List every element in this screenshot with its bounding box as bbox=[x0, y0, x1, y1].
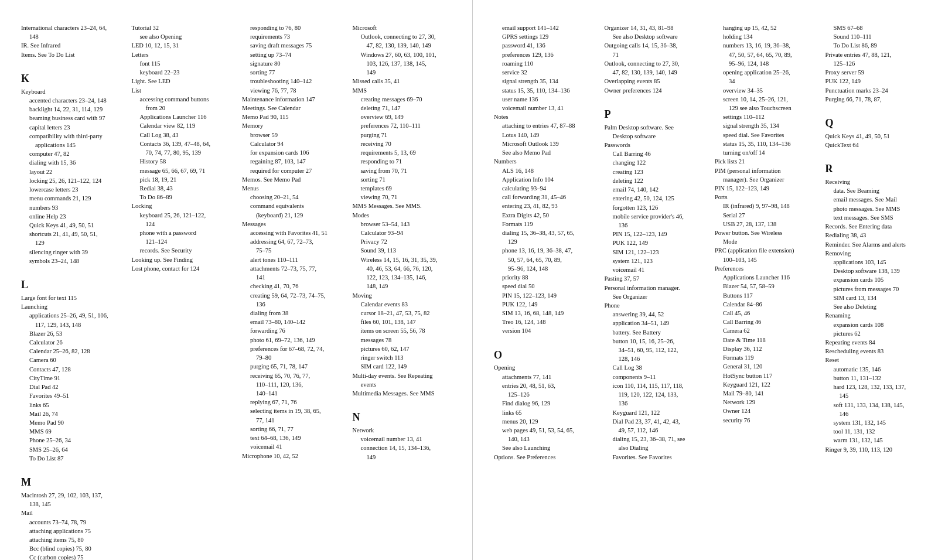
entry: forwarding 76 bbox=[242, 326, 341, 335]
entry: links 65 bbox=[21, 401, 120, 409]
entry: General 31, 120 bbox=[715, 362, 814, 371]
entry: 79–80 bbox=[242, 353, 341, 362]
entry: Owner preferences 124 bbox=[605, 86, 704, 95]
entry: numbers 93 bbox=[21, 203, 120, 212]
entry: Macintosh 27, 29, 102, 103, 137, bbox=[21, 491, 120, 500]
entry: selecting items in 19, 38, 65, bbox=[242, 407, 341, 415]
entry: mobile service provider's 46, bbox=[605, 212, 704, 221]
entry: Keyboard bbox=[21, 87, 120, 96]
entry: soft 131, 133, 134, 138, 145, bbox=[825, 401, 924, 409]
entry: Quick Keys 41, 49, 50, 51 bbox=[21, 221, 120, 230]
entry: receiving 65, 70, 76, 77, bbox=[242, 371, 341, 380]
entry: Reminder. See Alarms and alerts bbox=[825, 240, 924, 249]
entry: See also Launching bbox=[494, 443, 593, 452]
entry: 149 bbox=[353, 453, 452, 462]
entry: 40, 46, 53, 64, 66, 76, 120, bbox=[353, 264, 452, 273]
entry: 75–75 bbox=[242, 246, 341, 255]
entry: status 15, 35, 110, 134–136 bbox=[494, 86, 593, 95]
entry: Calendar events 83 bbox=[353, 300, 452, 309]
entry: MMS bbox=[353, 86, 452, 95]
entry: Memos. See Memo Pad bbox=[242, 175, 341, 184]
entry: alert tones 110–111 bbox=[242, 255, 341, 264]
entry: photo 61, 69–72, 136, 149 bbox=[242, 336, 341, 344]
entry: calculating 93–94 bbox=[494, 184, 593, 193]
entry: for expansion cards 106 bbox=[242, 148, 341, 157]
entry: QuickText 64 bbox=[825, 141, 924, 149]
entry: connection 14, 15, 134–136, bbox=[353, 443, 452, 452]
entry: PUK 122, 149 bbox=[605, 238, 704, 247]
entry: cursor 18–21, 47, 53, 75, 82 bbox=[353, 309, 452, 317]
entry: applications 103, 145 bbox=[825, 258, 924, 267]
entry: To Do List 87 bbox=[21, 454, 120, 463]
entry: Preferences bbox=[715, 264, 814, 273]
entry: 141 bbox=[242, 273, 341, 282]
entry: Letters bbox=[132, 50, 231, 59]
entry: Light. See LED bbox=[132, 77, 231, 86]
entry: signal strength 35, 134 bbox=[715, 121, 814, 130]
entry: email 74, 140, 142 bbox=[605, 185, 704, 194]
entry: Outlook, connecting to 27, 30, bbox=[605, 59, 704, 68]
entry: 148 bbox=[21, 32, 120, 41]
entry: system 121, 123 bbox=[605, 257, 704, 265]
right-col-4: SMS 67–68 Sound 110–111 To Do List 86, 8… bbox=[820, 23, 924, 560]
entry: regaining 87, 103, 147 bbox=[242, 157, 341, 166]
entry: viewing 70, 71 bbox=[353, 193, 452, 202]
entry: attaching applications 75 bbox=[21, 527, 120, 535]
entry: See Organizer bbox=[605, 292, 704, 301]
entry: Lost phone, contact for 124 bbox=[132, 264, 231, 273]
entry: HotSync button 117 bbox=[715, 371, 814, 380]
entry: speed dial. See Favorites bbox=[715, 131, 814, 139]
entry: pictures 60, 62, 147 bbox=[353, 344, 452, 353]
entry: responding to 71 bbox=[353, 157, 452, 166]
entry: sorting 71 bbox=[353, 175, 452, 184]
section-letter-r: R bbox=[825, 163, 924, 176]
entry: opening application 25–26, bbox=[715, 68, 814, 77]
entry: online Help 23 bbox=[21, 212, 120, 221]
entry: addressing 64, 67, 72–73, bbox=[242, 237, 341, 246]
entry: preferences 129, 136 bbox=[494, 50, 593, 59]
entry: troubleshooting 140–142 bbox=[242, 77, 341, 86]
entry: entries 20, 48, 51, 63, bbox=[494, 381, 593, 390]
entry: attaching items 75, 80 bbox=[21, 535, 120, 544]
entry: checking 41, 70, 76 bbox=[242, 282, 341, 291]
entry: pick 18, 19, 21 bbox=[132, 175, 231, 184]
entry: web pages 49, 51, 53, 54, 65, bbox=[494, 426, 593, 435]
section-letter-k: K bbox=[21, 73, 120, 86]
entry: computer 47, 82 bbox=[21, 149, 120, 158]
entry: locking 25, 26, 121–122, 124 bbox=[21, 176, 120, 185]
entry: Call Log 38 bbox=[605, 363, 704, 372]
entry: Keyguard 121, 122 bbox=[605, 408, 704, 417]
entry: also Dialing bbox=[605, 443, 704, 452]
entry: sorting 77 bbox=[242, 68, 341, 77]
entry: accessing command buttons bbox=[132, 95, 231, 104]
entry: Private entries 47, 88, 121, bbox=[825, 50, 924, 59]
entry: Mail bbox=[21, 508, 120, 517]
entry: attachments 72–73, 75, 77, bbox=[242, 264, 341, 273]
entry: 125–126 bbox=[825, 59, 924, 68]
entry: SMS 67–68 bbox=[825, 23, 924, 32]
entry: entering 42, 50, 124, 125 bbox=[605, 194, 704, 203]
entry: settings 110–112 bbox=[715, 112, 814, 121]
entry: Find dialog 96, 129 bbox=[494, 399, 593, 408]
entry: Applications Launcher 116 bbox=[132, 112, 231, 121]
entry: Network 129 bbox=[715, 398, 814, 407]
entry: Punctuation marks 23–24 bbox=[825, 86, 924, 95]
entry: Mail 26, 74 bbox=[21, 409, 120, 418]
entry: Microsoft Outlook 139 bbox=[494, 139, 593, 148]
entry: CityTime 91 bbox=[21, 374, 120, 383]
entry: voicemail number 13, 41 bbox=[494, 104, 593, 112]
entry: Maintenance information 147 bbox=[242, 95, 341, 104]
entry: SIM card 122, 149 bbox=[353, 362, 452, 371]
entry: version 104 bbox=[494, 326, 593, 335]
entry: forgotten 123, 126 bbox=[605, 203, 704, 212]
entry: phone 13, 16, 19, 36–38, 47, bbox=[494, 246, 593, 255]
entry: 136 bbox=[605, 399, 704, 408]
entry: layout 22 bbox=[21, 168, 120, 176]
entry: Formats 119 bbox=[494, 220, 593, 228]
entry: dialing 15, 23, 36–38, 71, see bbox=[605, 435, 704, 443]
entry: Network bbox=[353, 426, 452, 435]
entry: International characters 23–24, 64, bbox=[21, 23, 120, 32]
entry: PUK 122, 149 bbox=[825, 77, 924, 86]
entry: lowercase letters 23 bbox=[21, 185, 120, 194]
entry: Calculator 26 bbox=[21, 338, 120, 347]
